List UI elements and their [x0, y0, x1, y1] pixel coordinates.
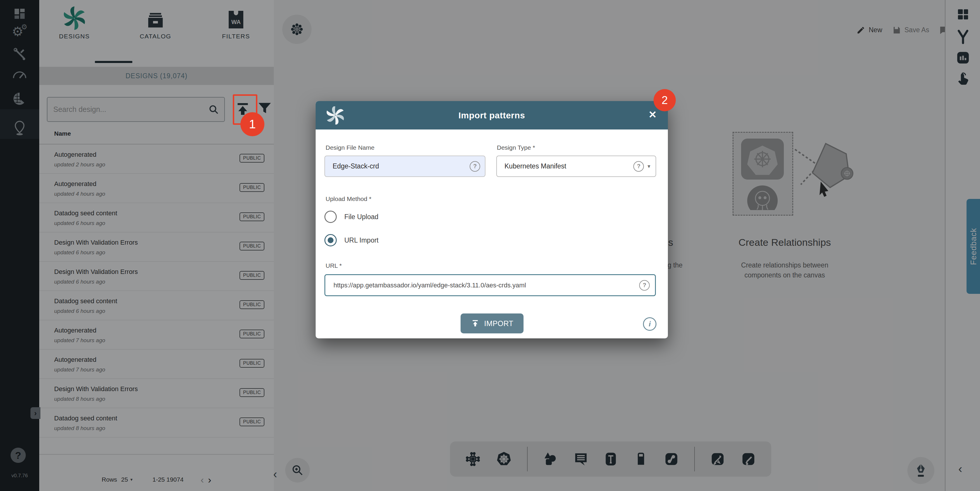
radio-file-upload[interactable]: File Upload: [325, 210, 378, 223]
import-patterns-modal: Import patterns ✕ Design File Name Desig…: [316, 101, 668, 338]
upload-method-label: Upload Method *: [326, 195, 371, 202]
radio-selected-icon: [325, 234, 337, 246]
step1-badge: 1: [240, 112, 264, 136]
modal-header: Import patterns ✕: [316, 101, 668, 129]
design-file-name-input[interactable]: Edge-Stack-crd ?: [325, 156, 485, 177]
step2-badge: 2: [654, 89, 676, 111]
help-icon[interactable]: ?: [470, 161, 480, 172]
radio-url-import[interactable]: URL Import: [325, 234, 379, 246]
upload-icon: [471, 319, 480, 328]
design-type-label: Design Type *: [497, 144, 535, 151]
modal-title: Import patterns: [316, 110, 668, 120]
meshery-app: ⚙⚙ › ? v0.7.76: [0, 0, 980, 491]
help-icon[interactable]: ?: [639, 280, 650, 291]
radio-file-upload-label: File Upload: [344, 213, 378, 221]
url-label: URL *: [326, 262, 342, 269]
close-icon[interactable]: ✕: [649, 109, 657, 120]
help-icon[interactable]: ?: [633, 161, 644, 172]
radio-circle-icon: [325, 210, 337, 223]
caret-down-icon: ▾: [648, 163, 650, 170]
radio-url-import-label: URL Import: [344, 236, 379, 244]
design-file-name-label: Design File Name: [326, 144, 374, 151]
design-type-select[interactable]: Kubernetes Manifest ? ▾: [496, 156, 656, 177]
url-input[interactable]: https://app.getambassador.io/yaml/edge-s…: [325, 274, 656, 296]
import-button[interactable]: IMPORT: [461, 314, 523, 333]
info-icon[interactable]: i: [643, 317, 657, 331]
